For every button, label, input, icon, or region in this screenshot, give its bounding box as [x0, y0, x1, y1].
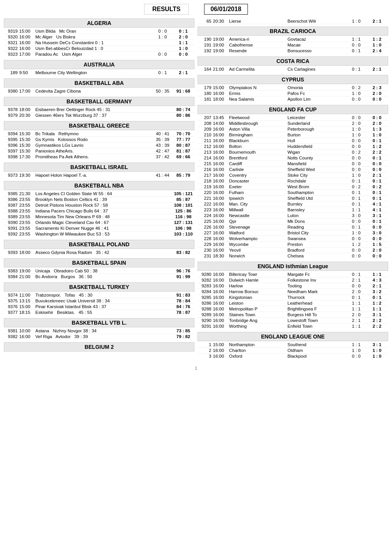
- section-basketball-vtb: BASKETBALL VTB L. 9381 10:00 Astana Nizh…: [4, 318, 194, 339]
- match-row: 9319 15:00 Usm Blida Mc Oran 0 : 0 0 : 1: [4, 28, 194, 34]
- match-row: 213 16:00 Bournemouth Wigan 0 : 2 2 : 2: [198, 149, 388, 155]
- section-title-basketball-turkey: BASKETBALL TURKEY: [4, 282, 194, 292]
- match-row: 9385 21:30 Los Angeles Cl Golden State W…: [4, 191, 194, 197]
- match-row: 215 16:00 Cardiff Mansfield 0 : 0 0 : 0: [198, 161, 388, 167]
- match-row: 9323 17:00 Paradou Ac Usm Alger 0 : 0 0 …: [4, 51, 194, 57]
- match-row: 9389 23:55 Minnesota Tim New Orleans P 6…: [4, 214, 194, 220]
- match-row: 9382 16:00 Vef Riga Avtodor 39 : 39 79 :…: [4, 334, 194, 339]
- match-row: 9288 16:00 Metropolitan P Brightlingsea …: [198, 306, 388, 312]
- section-title-basketball-poland: BASKETBALL POLAND: [4, 240, 194, 249]
- match-row: 227 16:00 Watford Bristol City 1 : 0 3 :…: [198, 230, 388, 236]
- match-row: 9397 15:30 Panionios AtheAris. 42 : 47 8…: [4, 148, 194, 154]
- section-title-brazil-carioca: BRAZIL CARIOCA: [198, 27, 388, 36]
- match-row: 190 19:00 America-ri Govtacaz 1 : 1 1 : …: [198, 36, 388, 42]
- section-algeria: ALGERIA 9319 15:00 Usm Blida Mc Oran 0 :…: [4, 18, 194, 57]
- section-england-league-one: ENGLAND LEAGUE ONE 1 15:00 Northampton S…: [198, 332, 388, 359]
- match-row: 209 16:00 Aston Villa Peterborough 1 : 0…: [198, 126, 388, 132]
- section-title-basketball-vtb: BASKETBALL VTB L.: [4, 318, 194, 327]
- match-row: 9390 23:55 Orlando Magic Cleveland Cav 6…: [4, 220, 194, 226]
- page-footer: 1: [4, 366, 388, 370]
- match-row: 231 18:30 Norwich Chelsea 0 : 0 0 : 0: [198, 253, 388, 259]
- section-title-cyprus: CYPRUS: [198, 75, 388, 84]
- match-row: 223 16:00 Millwall Barnsley 1 : 1 4 : 1: [198, 207, 388, 213]
- match-row: 9285 16:00 Kingstonian Thurrock 0 : 1 0 …: [198, 295, 388, 300]
- match-row: 9378 18:00 Eisbaeren Brer Oettinger Rock…: [4, 107, 194, 113]
- section-england-fa-cup: ENGLAND FA CUP 207 13:45 Fleetwood Leice…: [198, 105, 388, 259]
- section-title-basketball-spain: BASKETBALL SPAIN: [4, 258, 194, 267]
- section-title-algeria: ALGERIA: [4, 18, 194, 28]
- match-row: 218 16:00 Doncaster Rochdale 0 : 1 0 : 1: [198, 178, 388, 184]
- match-row: 9381 10:00 Astana Nizhny Novgor 38 : 34 …: [4, 328, 194, 334]
- match-row: 216 16:00 Carlisle Sheffield Wed 0 : 0 0…: [198, 167, 388, 173]
- section-title-england-isthmian: ENGLAND Isthmian League: [198, 262, 388, 271]
- section-title-costa-rica: COSTA RICA: [198, 56, 388, 66]
- match-row: 9379 20:30 Giessen 46ers Tsk Wurzburg 37…: [4, 113, 194, 118]
- match-row: 211 16:00 Blackburn Hull 0 : 0 0 : 1: [198, 138, 388, 144]
- match-row: 9380 17:00 Cedevita Zagre Cibona 50 : 35…: [4, 88, 194, 94]
- match-row: 9388 23:55 Indiana Pacers Chicago Bulls …: [4, 208, 194, 214]
- match-row: 9374 11:00 Trabzonspor. Tofas 45 : 30 91…: [4, 292, 194, 298]
- match-row: 9386 23:55 Brooklyn Nets Boston Celtics …: [4, 197, 194, 202]
- match-row: 180 16:00 Ermis Pafos Fc 1 : 0 2 : 0: [198, 91, 388, 96]
- match-row: 9373 19:30 Hapoel Holon Hapoel T.-a. 41 …: [4, 173, 194, 178]
- section-belgium2: BELGIUM 2: [4, 342, 194, 352]
- match-row: 9395 15:30 Gs Kymis Kolossos Rodo 35 : 3…: [4, 137, 194, 143]
- match-row: 214 16:00 Brentford Notts County 0 : 0 0…: [198, 155, 388, 161]
- section-cyprus: CYPRUS 179 15:00 Olympiakos N Omonia 0 :…: [198, 75, 388, 102]
- match-row: 2 16:00 Charlton Oldham 1 : 0 1 : 0: [198, 348, 388, 353]
- match-row: 9283 16:00 Harlow Tooting 0 : 0 2 : 1: [198, 283, 388, 289]
- match-row: 9321 16:00 Na Hussein DeCs Constantini 0…: [4, 40, 194, 46]
- match-row: 9398 17:30 Promitheas Pa Aek Athens. 37 …: [4, 154, 194, 159]
- section-basketball-nba: BASKETBALL NBA 9385 21:30 Los Angeles Cl…: [4, 181, 194, 237]
- match-row: 9291 16:00 Worthing Enfield Town 1 : 1 2…: [198, 323, 388, 329]
- match-row: 219 16:00 Exeter West Brom 0 : 2 0 : 2: [198, 184, 388, 190]
- match-row: 3 16:00 Oxford Blackpool 0 : 0 1 : 0: [198, 353, 388, 359]
- section-title-basketball-israel: BASKETBALL ISRAEL: [4, 163, 194, 172]
- section-basketball-aba: BASKETBALL ABA 9380 17:00 Cedevita Zagre…: [4, 78, 194, 94]
- section-basketball-spain: BASKETBALL SPAIN 9383 19:00 Unicaja Obra…: [4, 258, 194, 279]
- section-title-australia: AUSTRALIA: [4, 60, 194, 69]
- section-title-basketball-nba: BASKETBALL NBA: [4, 181, 194, 190]
- match-row: 220 16:00 Fulham Southampton 0 : 1 0 : 1: [198, 190, 388, 196]
- section-costa-rica: COSTA RICA 164 21:00 Ad Carmelita Cs Car…: [198, 56, 388, 72]
- match-row: 9384 21:00 Bc Andorra Burgos 36 : 50 91 …: [4, 274, 194, 279]
- section-title-basketball-aba: BASKETBALL ABA: [4, 78, 194, 88]
- match-row: 9376 15:00 Pinar Karsivak Istanbul Bbsk …: [4, 304, 194, 310]
- match-row: 221 16:00 Ipswich Sheffield Utd 0 : 1 0 …: [198, 196, 388, 201]
- match-row: 222 16:00 Man. City Burnley 0 : 1 4 : 1: [198, 201, 388, 207]
- match-row: 1 15:00 Northampton Southend 1 : 1 3 : 1: [198, 342, 388, 348]
- match-row: 9392 23:55 Washington W Milwaukee Buc 53…: [4, 231, 194, 237]
- match-row: 65 20:30 Lierse Beerschot Wilr 1 : 0 2 :…: [198, 18, 388, 24]
- match-row: 9322 16:00 Usm Bel-abbesCr Belouizdad 1 …: [4, 46, 194, 51]
- match-row: 224 16:00 Newcastle Luton 3 : 0 3 : 1: [198, 213, 388, 219]
- match-row: 217 16:00 Coventry Stoke City 1 : 0 2 : …: [198, 173, 388, 178]
- match-row: 9280 16:00 Billericay Towr Margate Fc 0 …: [198, 272, 388, 277]
- match-row: 207 13:45 Fleetwood Leicester 0 : 0 0 : …: [198, 115, 388, 121]
- section-australia: AUSTRALIA 189 9:50 Melbourne City Wellin…: [4, 60, 194, 75]
- section-basketball-greece: BASKETBALL GREECE 9394 15:30 Bc Trikala …: [4, 121, 194, 159]
- match-row: 191 19:00 Cabofriense Macae 0 : 0 1 : 0: [198, 42, 388, 48]
- page-header: RESULTS 06/01/2018: [4, 4, 388, 15]
- section-title-basketball-greece: BASKETBALL GREECE: [4, 121, 194, 130]
- match-row: 208 14:00 Middlesbrough Sunderland 2 : 0…: [198, 121, 388, 126]
- section-basketball-israel: BASKETBALL ISRAEL 9373 19:30 Hapoel Holo…: [4, 163, 194, 178]
- match-row: 9286 16:00 Leiston Leatherhead 1 : 1 1 :…: [198, 300, 388, 306]
- match-row: 179 15:00 Olympiakos N Omonia 0 : 2 2 : …: [198, 85, 388, 91]
- match-row: 9393 18:00 Asseco Gdynia Rosa Radom 35 :…: [4, 250, 194, 255]
- match-row: 226 16:00 Stevenage Reading 0 : 1 0 : 0: [198, 224, 388, 230]
- match-row: 9391 23:55 Sacramento Ki Denver Nugge 46…: [4, 226, 194, 231]
- section-england-isthmian: ENGLAND Isthmian League 9280 16:00 Bille…: [198, 262, 388, 329]
- right-column: 65 20:30 Lierse Beerschot Wilr 1 : 0 2 :…: [198, 18, 388, 362]
- match-row: 9377 18:15 Eskisehir Besiktas. 45 : 55 7…: [4, 310, 194, 315]
- match-row: 9396 15:30 Gymnastikos LGs Lavrio 43 : 3…: [4, 143, 194, 148]
- match-row: 225 16:00 Qpr Mk Dons 0 : 0 0 : 1: [198, 219, 388, 224]
- match-row: 228 16:00 Wolverhampto Swansea 0 : 0 0 :…: [198, 236, 388, 242]
- section-basketball-poland: BASKETBALL POLAND 9393 18:00 Asseco Gdyn…: [4, 240, 194, 255]
- match-row: 229 16:00 Wycombe Preston 1 : 2 1 : 5: [198, 242, 388, 247]
- date-box: 06/01/2018: [204, 4, 248, 15]
- match-row: 230 16:00 Yeovil Bradford 0 : 0 2 : 0: [198, 247, 388, 253]
- match-row: 212 16:00 Bolton Huddersfield 0 : 0 1 : …: [198, 144, 388, 149]
- match-row: 164 21:00 Ad Carmelita Cs Cartagines 0 :…: [198, 66, 388, 72]
- match-row: 9289 16:00 Staines Town Burgess Hill To …: [198, 312, 388, 318]
- section-title-england-fa-cup: ENGLAND FA CUP: [198, 105, 388, 114]
